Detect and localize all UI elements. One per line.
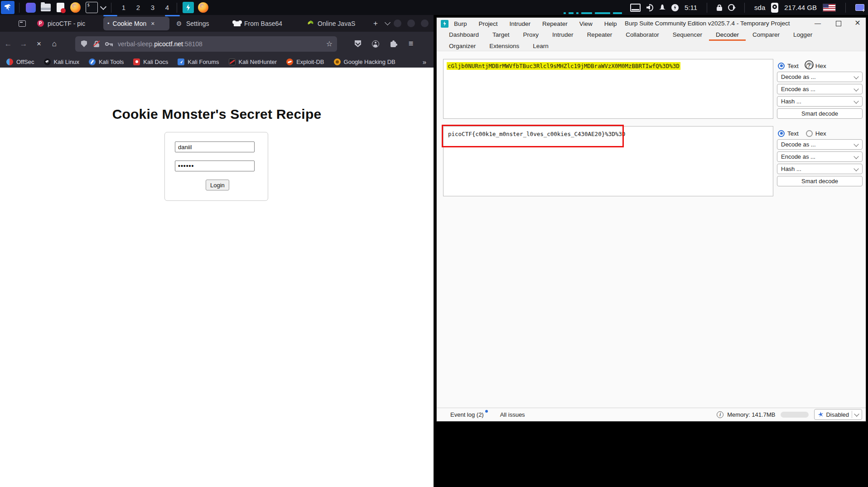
tab-organizer[interactable]: Organizer	[442, 43, 482, 49]
encode-as-dropdown[interactable]: Encode as ...	[777, 84, 863, 94]
back-button[interactable]: ←	[1, 37, 15, 51]
screenshot-tool-icon[interactable]	[855, 4, 864, 11]
tab-decoder[interactable]: Decoder	[709, 31, 746, 41]
tab-cyberchef[interactable]: From Base64	[229, 17, 301, 30]
taskbar-firefox-window[interactable]	[198, 2, 209, 13]
tab-dashboard[interactable]: Dashboard	[442, 31, 486, 41]
file-manager-launcher[interactable]	[40, 2, 51, 13]
kali-menu-button[interactable]	[1, 1, 14, 14]
tab-proxy[interactable]: Proxy	[516, 31, 546, 41]
usb-disk-icon[interactable]	[771, 3, 778, 13]
tab-target[interactable]: Target	[486, 31, 516, 41]
event-log-button[interactable]: Event log (2)	[450, 411, 484, 418]
encoded-text[interactable]: cGljb0NURntjMDBrMWVfbTBuc3Rlcl9sMHZlc19j…	[447, 62, 680, 70]
menu-intruder[interactable]: Intruder	[510, 20, 531, 27]
tracking-protection-shield-icon[interactable]	[81, 40, 87, 47]
home-button[interactable]: ⌂	[47, 37, 62, 51]
decoder-input-editor[interactable]: cGljb0NURntjMDBrMWVfbTBuc3Rlcl9sMHZlc19j…	[443, 59, 773, 119]
bookmark-kali-forums[interactable]: Kali Forums	[178, 58, 219, 65]
bookmarks-overflow-button[interactable]: »	[423, 58, 426, 66]
close-button[interactable]: ✕	[852, 18, 863, 29]
smart-decode-button[interactable]: Smart decode	[777, 108, 863, 119]
all-issues-button[interactable]: All issues	[500, 411, 525, 418]
login-button[interactable]: Login	[206, 180, 229, 190]
menu-burp[interactable]: Burp	[454, 20, 467, 27]
firefox-launcher[interactable]	[70, 2, 81, 13]
bookmark-kali-nethunter[interactable]: Kali NetHunter	[229, 58, 277, 65]
app-menu-button[interactable]: ≡	[405, 38, 417, 50]
insecure-connection-lock-icon[interactable]	[93, 40, 100, 48]
menu-project[interactable]: Project	[479, 20, 498, 27]
maximize-button[interactable]	[407, 19, 415, 27]
notifications-icon[interactable]	[659, 5, 665, 11]
volume-icon[interactable]	[646, 4, 653, 11]
tab-settings[interactable]: ⚙ Settings	[171, 17, 227, 30]
maximize-button[interactable]	[833, 18, 844, 29]
lock-screen-icon[interactable]	[717, 7, 722, 11]
display-settings-icon[interactable]	[630, 4, 641, 12]
smart-decode-button[interactable]: Smart decode	[777, 176, 863, 186]
tab-repeater[interactable]: Repeater	[580, 31, 619, 41]
text-radio[interactable]	[778, 63, 785, 69]
account-button[interactable]	[369, 38, 382, 50]
stop-button[interactable]: ×	[32, 37, 46, 51]
workspace-3[interactable]: 3	[147, 4, 159, 11]
clock[interactable]: 5:11	[685, 4, 697, 11]
bookmark-star-icon[interactable]: ☆	[326, 39, 333, 48]
tab-comparer[interactable]: Comparer	[746, 31, 786, 41]
show-desktop-button[interactable]	[25, 2, 36, 13]
bookmark-exploit-db[interactable]: Exploit-DB	[286, 58, 324, 65]
tab-close-icon[interactable]: ×	[151, 20, 154, 27]
tab-sequencer[interactable]: Sequencer	[666, 31, 709, 41]
tab-intruder[interactable]: Intruder	[545, 31, 580, 41]
url-text[interactable]: verbal-sleep.picoctf.net:58108	[118, 40, 203, 48]
minimize-button[interactable]: —	[812, 18, 824, 29]
workspace-4[interactable]: 4	[161, 4, 173, 11]
tab-online-javascript[interactable]: Online JavaS	[303, 17, 368, 30]
menu-view[interactable]: View	[579, 20, 593, 27]
help-icon[interactable]: ?	[805, 60, 814, 69]
close-button[interactable]	[421, 19, 429, 27]
terminal-launcher[interactable]: $	[85, 2, 98, 13]
new-tab-button[interactable]: +	[370, 18, 381, 29]
save-to-pocket-button[interactable]	[352, 38, 364, 50]
password-key-icon[interactable]	[105, 40, 113, 48]
text-radio[interactable]	[778, 130, 785, 137]
workspace-2[interactable]: 2	[132, 4, 144, 11]
bookmark-kali-tools[interactable]: Kali Tools	[89, 58, 124, 65]
firefox-view-button[interactable]	[16, 18, 28, 29]
bookmark-google-hacking-db[interactable]: Google Hacking DB	[334, 58, 395, 65]
tab-extensions[interactable]: Extensions	[482, 43, 526, 49]
bookmark-kali-linux[interactable]: Kali Linux	[44, 58, 79, 65]
tab-picoctf[interactable]: P picoCTF - pic	[33, 17, 101, 30]
username-field[interactable]	[175, 141, 255, 152]
menu-repeater[interactable]: Repeater	[542, 20, 568, 27]
tab-collaborator[interactable]: Collaborator	[619, 31, 666, 41]
extensions-button[interactable]	[387, 38, 400, 50]
tab-learn[interactable]: Learn	[526, 43, 555, 49]
text-editor-launcher[interactable]	[55, 2, 66, 13]
tab-cookie-monster[interactable]: • Cookie Mon ×	[103, 17, 169, 30]
bookmark-kali-docs[interactable]: Kali Docs	[133, 58, 168, 65]
power-manager-icon[interactable]	[671, 4, 679, 11]
bookmark-offsec[interactable]: OffSec	[6, 58, 34, 65]
decode-as-dropdown[interactable]: Decode as ...	[777, 72, 863, 82]
decode-as-dropdown[interactable]: Decode as ...	[777, 139, 863, 150]
menu-help[interactable]: Help	[604, 20, 617, 27]
forward-button[interactable]: →	[16, 37, 31, 51]
url-bar[interactable]: verbal-sleep.picoctf.net:58108 ☆	[75, 36, 337, 52]
keyboard-layout-us-flag-icon[interactable]	[823, 4, 836, 12]
encode-as-dropdown[interactable]: Encode as ...	[777, 151, 863, 162]
password-field[interactable]	[175, 161, 255, 171]
hex-radio[interactable]	[806, 130, 813, 137]
info-icon[interactable]: i	[717, 411, 723, 418]
terminal-dropdown-chevron-icon[interactable]	[100, 4, 106, 10]
hash-dropdown[interactable]: Hash ...	[777, 164, 863, 174]
list-all-tabs-button[interactable]	[381, 18, 393, 29]
tab-logger[interactable]: Logger	[786, 31, 819, 41]
intercept-status-dropdown[interactable]: Disabled	[814, 409, 862, 420]
taskbar-burp-window[interactable]	[183, 2, 194, 13]
logout-icon[interactable]	[728, 4, 735, 11]
hash-dropdown[interactable]: Hash ...	[777, 96, 863, 107]
minimize-button[interactable]	[394, 19, 401, 27]
